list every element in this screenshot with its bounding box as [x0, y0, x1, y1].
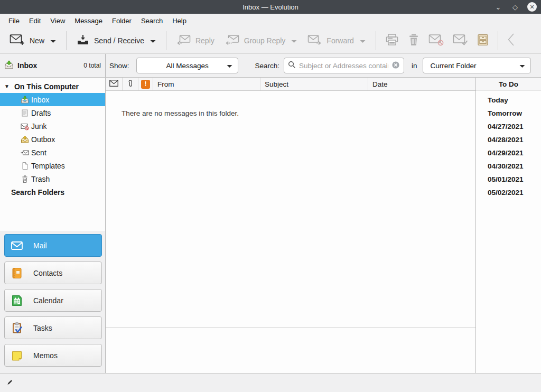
paperclip-icon [127, 79, 134, 89]
column-subject[interactable]: Subject [260, 78, 368, 90]
menu-help[interactable]: Help [167, 15, 191, 27]
archive-button[interactable] [473, 31, 493, 51]
sidebar-item-search-folders[interactable]: Search Folders [0, 185, 105, 199]
column-date[interactable]: Date [368, 78, 475, 90]
send-receive-dropdown-icon[interactable] [150, 36, 156, 45]
menu-file[interactable]: File [4, 15, 24, 27]
column-attachment[interactable] [123, 78, 138, 90]
maximize-icon[interactable]: ◇ [510, 2, 520, 12]
show-filter-value: All Messages [166, 62, 209, 70]
switcher-tasks-button[interactable]: Tasks [4, 316, 102, 339]
filter-controls: Show: All Messages Search: in Current Fo… [106, 54, 541, 77]
column-status[interactable] [106, 78, 123, 90]
archive-icon [477, 34, 489, 48]
junk-button[interactable] [424, 30, 449, 51]
switcher-calendar-button[interactable]: Calendar [4, 289, 102, 312]
menu-message[interactable]: Message [70, 15, 107, 27]
clear-search-icon[interactable] [391, 61, 400, 71]
new-button[interactable]: New [4, 31, 61, 50]
reply-icon [176, 34, 191, 47]
toolbar-separator [376, 31, 376, 50]
show-filter-dropdown[interactable]: All Messages [136, 58, 238, 73]
delete-button[interactable] [403, 30, 424, 51]
todo-panel: To Do Today Tomorrow 04/27/2021 04/28/20… [475, 78, 541, 373]
todo-item-date[interactable]: 04/29/2021 [476, 146, 541, 160]
mark-junk-icon [428, 33, 444, 48]
sidebar-item-inbox[interactable]: Inbox [0, 93, 105, 106]
sidebar-item-drafts[interactable]: Drafts [0, 106, 105, 119]
expander-icon[interactable]: ▼ [4, 83, 10, 89]
inbox-icon [4, 60, 14, 71]
reply-label: Reply [195, 36, 214, 45]
toolbar-separator [498, 31, 498, 50]
folder-label: Drafts [31, 109, 51, 117]
inbox-icon [20, 95, 29, 104]
sidebar-item-on-this-computer[interactable]: ▼ On This Computer [0, 80, 105, 93]
group-reply-label: Group Reply [244, 36, 286, 45]
window-title: Inbox — Evolution [242, 3, 299, 11]
sidebar-item-outbox[interactable]: Outbox [0, 133, 105, 146]
forward-label: Forward [327, 36, 353, 45]
window-controls: ⌄ ◇ ✕ [493, 0, 537, 14]
todo-item-date[interactable]: 04/30/2021 [476, 160, 541, 173]
folder-label: Junk [31, 122, 47, 130]
switcher-contacts-button[interactable]: Contacts [4, 262, 102, 284]
menu-search[interactable]: Search [136, 15, 167, 27]
sidebar-item-junk[interactable]: Junk [0, 119, 105, 133]
column-important[interactable]: ! [138, 78, 153, 90]
search-scope-value: Current Folder [431, 62, 477, 70]
message-list-body[interactable]: There are no messages in this folder. [106, 91, 475, 328]
reply-button[interactable]: Reply [171, 31, 220, 50]
todo-item-date[interactable]: 04/28/2021 [476, 133, 541, 146]
todo-item-today[interactable]: Today [476, 94, 541, 107]
previous-message-button[interactable] [503, 30, 519, 51]
search-input[interactable] [299, 62, 388, 70]
sidebar: ▼ On This Computer Inbox Drafts Junk [0, 78, 106, 373]
tasks-icon [11, 322, 23, 334]
back-chevron-icon [507, 33, 515, 48]
switcher-mail-button[interactable]: Mail [4, 234, 102, 257]
folder-label: Outbox [31, 135, 55, 144]
mail-icon [11, 239, 23, 252]
todo-item-tomorrow[interactable]: Tomorrow [476, 107, 541, 120]
switcher-memos-button[interactable]: Memos [4, 344, 102, 367]
sidebar-item-templates[interactable]: Templates [0, 159, 105, 172]
view-switcher: Mail Contacts Calendar Tasks [0, 231, 105, 373]
send-receive-icon [77, 34, 89, 47]
trash-icon [407, 33, 420, 48]
print-icon [385, 33, 399, 48]
menubar: File Edit View Message Folder Search Hel… [0, 14, 541, 27]
toolbar-separator [166, 31, 166, 50]
outbox-icon [20, 135, 29, 144]
minimize-icon[interactable]: ⌄ [493, 2, 503, 12]
titlebar: Inbox — Evolution ⌄ ◇ ✕ [0, 0, 541, 14]
search-box[interactable] [284, 58, 404, 73]
column-from[interactable]: From [153, 78, 260, 90]
folder-tree: ▼ On This Computer Inbox Drafts Junk [0, 78, 105, 231]
sidebar-item-sent[interactable]: Sent [0, 146, 105, 159]
todo-item-date[interactable]: 04/27/2021 [476, 120, 541, 133]
not-junk-button[interactable] [449, 30, 473, 51]
drafts-icon [20, 108, 29, 117]
close-icon[interactable]: ✕ [527, 2, 537, 12]
pencil-icon [6, 379, 13, 387]
menu-view[interactable]: View [45, 15, 70, 27]
search-scope-dropdown[interactable]: Current Folder [423, 58, 531, 73]
print-button[interactable] [381, 30, 403, 51]
switcher-label: Tasks [33, 324, 52, 332]
switcher-label: Contacts [33, 269, 62, 277]
todo-item-date[interactable]: 05/01/2021 [476, 173, 541, 186]
send-receive-label: Send / Receive [94, 36, 144, 45]
group-reply-dropdown-icon[interactable] [291, 36, 297, 45]
send-receive-button[interactable]: Send / Receive [71, 31, 161, 50]
new-dropdown-icon[interactable] [50, 36, 56, 45]
forward-dropdown-icon[interactable] [360, 36, 366, 45]
todo-item-date[interactable]: 05/02/2021 [476, 186, 541, 199]
menu-edit[interactable]: Edit [24, 15, 45, 27]
in-label: in [412, 62, 417, 70]
forward-icon [307, 34, 322, 47]
menu-folder[interactable]: Folder [107, 15, 136, 27]
sidebar-item-trash[interactable]: Trash [0, 172, 105, 185]
forward-button[interactable]: Forward [302, 31, 370, 50]
group-reply-button[interactable]: Group Reply [220, 31, 303, 50]
